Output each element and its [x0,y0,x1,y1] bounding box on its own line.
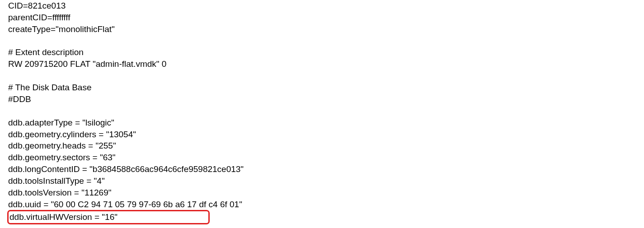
cid-line: CID=821ce013 [8,0,636,12]
blank-line [8,70,636,82]
cylinders-line: ddb.geometry.cylinders = "13054" [8,129,636,140]
virtual-hw-version-line: ddb.virtualHWVersion = "16" [9,212,206,222]
extent-comment-line: # Extent description [8,47,636,58]
tools-install-type-line: ddb.toolsInstallType = "4" [8,175,636,187]
tools-version-line: ddb.toolsVersion = "11269" [8,187,636,199]
highlighted-row: ddb.virtualHWVersion = "16" [8,210,636,224]
long-content-id-line: ddb.longContentID = "b3684588c66ac964c6c… [8,163,636,175]
sectors-line: ddb.geometry.sectors = "63" [8,152,636,163]
heads-line: ddb.geometry.heads = "255" [8,140,636,152]
create-type-line: createType="monolithicFlat" [8,23,636,35]
blank-line [8,105,636,117]
blank-line [8,35,636,47]
highlight-box: ddb.virtualHWVersion = "16" [7,210,210,224]
uuid-line: ddb.uuid = "60 00 C2 94 71 05 79 97-69 6… [8,199,636,210]
ddb-header-line: #DDB [8,93,636,105]
vmdk-descriptor-text: CID=821ce013 parentCID=ffffffff createTy… [8,0,636,224]
extent-line: RW 209715200 FLAT "admin-flat.vmdk" 0 [8,58,636,70]
ddb-comment-line: # The Disk Data Base [8,82,636,93]
adapter-type-line: ddb.adapterType = "lsilogic" [8,117,636,129]
parent-cid-line: parentCID=ffffffff [8,12,636,23]
